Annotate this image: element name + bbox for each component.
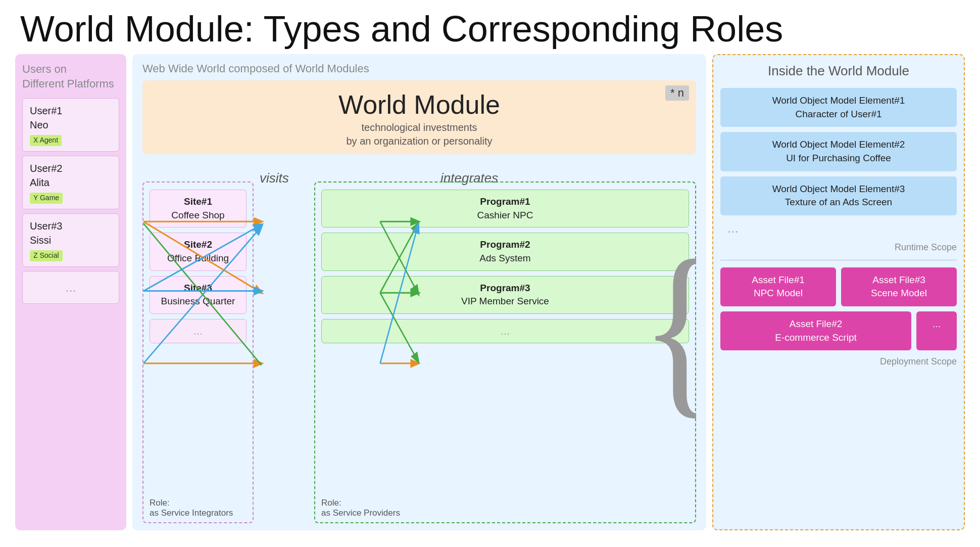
sites-column: Site#1 Coffee Shop Site#2 Office Buildin… xyxy=(142,181,254,523)
wom2-line1: World Object Model Element#2 xyxy=(772,139,905,150)
right-dots: ... xyxy=(720,220,957,236)
wom3-line1: World Object Model Element#3 xyxy=(772,184,905,194)
user1-name: Neo xyxy=(30,119,48,130)
user3-name: Sissi xyxy=(30,235,51,246)
user2-name: Alita xyxy=(30,177,50,188)
wom2-line2: UI for Purchasing Coffee xyxy=(786,153,891,163)
wom-item-1: World Object Model Element#1 Character o… xyxy=(720,88,957,127)
world-module-sub2: by an organization or personality xyxy=(153,135,686,147)
user1-badge: X Agent xyxy=(30,135,62,146)
n-badge: * n xyxy=(665,85,689,101)
divider xyxy=(720,260,957,260)
world-module-banner: World Module technological investments b… xyxy=(142,80,696,154)
user2-id: User#2 xyxy=(30,163,62,174)
site3-desc: Business Quarter xyxy=(161,296,235,306)
asset3-line1: Asset File#3 xyxy=(872,275,925,285)
asset-row-2: Asset File#2 E-commerce Script ... xyxy=(720,311,957,350)
user2-badge: Y Game xyxy=(30,193,63,204)
site2-id: Site#2 xyxy=(184,239,212,250)
asset1-line2: NPC Model xyxy=(754,288,803,298)
asset-box-3: Asset File#3 Scene Model xyxy=(841,267,957,306)
main-content: Users onDifferent Platforms User#1 Neo X… xyxy=(0,54,980,540)
users-panel: Users onDifferent Platforms User#1 Neo X… xyxy=(15,54,126,530)
wom-item-2: World Object Model Element#2 UI for Purc… xyxy=(720,132,957,171)
wom-item-3: World Object Model Element#3 Texture of … xyxy=(720,176,957,215)
right-panel: Inside the World Module World Object Mod… xyxy=(712,54,965,530)
site-box-2: Site#2 Office Building xyxy=(150,233,247,270)
users-panel-label: Users onDifferent Platforms xyxy=(22,62,119,91)
visits-label: visits xyxy=(260,170,289,186)
middle-panel-label: Web Wide World composed of World Modules xyxy=(142,62,696,75)
programs-role: Role:as Service Providers xyxy=(321,498,400,518)
user-box-1: User#1 Neo X Agent xyxy=(22,98,119,152)
site1-desc: Coffee Shop xyxy=(171,210,224,220)
user3-id: User#3 xyxy=(30,220,62,232)
asset-dots: ... xyxy=(916,311,957,350)
asset1-line1: Asset File#1 xyxy=(752,275,805,285)
runtime-scope-label: Runtime Scope xyxy=(720,242,957,253)
users-dots: ... xyxy=(22,271,119,304)
asset2-line1: Asset File#2 xyxy=(790,318,843,329)
prog2-desc: Ads System xyxy=(479,253,530,263)
wom1-line2: Character of User#1 xyxy=(795,109,881,119)
asset3-line2: Scene Model xyxy=(871,288,927,298)
sites-dots: ... xyxy=(150,319,247,343)
site-box-3: Site#3 Business Quarter xyxy=(150,276,247,314)
sites-role: Role:as Service Integrators xyxy=(150,498,233,518)
world-module-title: World Module xyxy=(153,89,686,120)
asset-row-1: Asset File#1 NPC Model Asset File#3 Scen… xyxy=(720,267,957,306)
program-box-3: Program#3 VIP Member Service xyxy=(321,276,689,314)
site-box-1: Site#1 Coffee Shop xyxy=(150,190,247,227)
user-box-2: User#2 Alita Y Game xyxy=(22,156,119,209)
prog3-id: Program#3 xyxy=(480,283,530,293)
user-box-3: User#3 Sissi Z Social xyxy=(22,213,119,267)
site2-desc: Office Building xyxy=(167,253,229,263)
asset-box-2: Asset File#2 E-commerce Script xyxy=(720,311,911,350)
middle-panel: Web Wide World composed of World Modules… xyxy=(132,54,706,530)
wom1-line1: World Object Model Element#1 xyxy=(772,95,905,106)
site1-id: Site#1 xyxy=(184,196,212,207)
prog1-id: Program#1 xyxy=(480,196,530,207)
asset2-line2: E-commerce Script xyxy=(775,332,857,343)
wom3-line2: Texture of an Ads Screen xyxy=(785,197,892,207)
program-box-1: Program#1 Cashier NPC xyxy=(321,190,689,227)
programs-column: Program#1 Cashier NPC Program#2 Ads Syst… xyxy=(314,181,696,523)
site3-id: Site#3 xyxy=(184,283,212,293)
deployment-scope-label: Deployment Scope xyxy=(720,356,957,367)
three-columns: visits integrates Site#1 Coffee Shop Sit… xyxy=(142,161,696,523)
prog3-desc: VIP Member Service xyxy=(461,296,549,306)
user3-badge: Z Social xyxy=(30,250,63,261)
world-module-sub1: technological investments xyxy=(153,122,686,133)
user1-id: User#1 xyxy=(30,105,62,116)
prog1-desc: Cashier NPC xyxy=(477,210,533,220)
program-box-2: Program#2 Ads System xyxy=(321,233,689,270)
asset-box-1: Asset File#1 NPC Model xyxy=(720,267,836,306)
page-title: World Module: Types and Corresponding Ro… xyxy=(0,0,980,54)
programs-dots: ... xyxy=(321,319,689,343)
right-panel-title: Inside the World Module xyxy=(720,63,957,79)
prog2-id: Program#2 xyxy=(480,239,530,250)
